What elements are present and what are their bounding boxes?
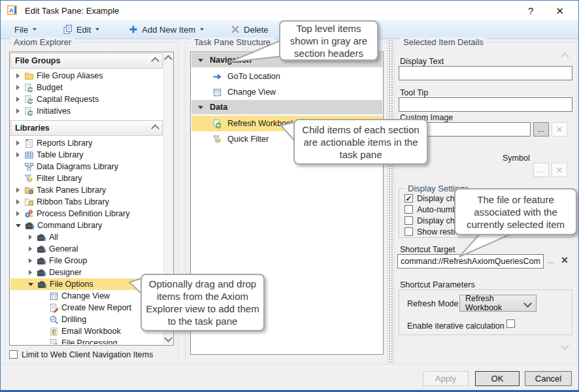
shortcut-target-label: Shortcut Target (400, 245, 455, 254)
collapse-arrow-icon[interactable] (198, 106, 203, 109)
refresh-mode-dropdown[interactable]: Refresh Workbook (459, 295, 537, 312)
menu-label: File (14, 25, 28, 35)
file-processing-icon (49, 338, 59, 345)
collapse-section-icon[interactable] (151, 124, 159, 133)
task-pane-structure-title: Task Pane Structure (191, 37, 274, 47)
tree-item-ribbon-tabs-library[interactable]: RRibbon Tabs Library (10, 196, 163, 208)
symbol-browse-button[interactable]: ... (533, 163, 549, 177)
tree-item-all[interactable]: All (10, 231, 163, 243)
tree-item-data-diagrams-library[interactable]: Data Diagrams Library (10, 161, 163, 172)
checkbox[interactable] (405, 194, 413, 203)
checkbox[interactable] (405, 227, 413, 236)
menu-delete[interactable]: Delete (225, 22, 273, 37)
tree-item-label: Budget (37, 83, 63, 92)
tree-item-table-library[interactable]: Table Library (10, 149, 163, 161)
panel-splitter[interactable] (388, 39, 393, 364)
ok-button[interactable]: OK (475, 371, 520, 386)
expand-arrow-icon[interactable] (29, 258, 32, 263)
tool-tip-label: Tool Tip (400, 88, 428, 97)
tree-item-label: Drilling (61, 315, 86, 324)
tree-item-general[interactable]: General (10, 243, 163, 255)
tree-item-file-processing[interactable]: File Processing (10, 337, 163, 344)
change-view-icon (212, 88, 222, 97)
expand-arrow-icon[interactable] (16, 140, 20, 146)
command-library-icon (37, 244, 46, 254)
expand-arrow-icon[interactable] (16, 73, 20, 78)
taskpane-item-change-view[interactable]: Change View (191, 84, 382, 100)
tree-item-task-panes-library[interactable]: Task Panes Library (10, 184, 163, 196)
tool-tip-input[interactable] (399, 97, 572, 112)
cancel-button[interactable]: Cancel (525, 371, 572, 386)
expand-arrow-icon[interactable] (16, 199, 20, 204)
menu-add-new-item[interactable]: Add New Item (124, 22, 208, 37)
expand-arrow-icon[interactable] (29, 235, 32, 240)
custom-image-clear-button[interactable]: ✕ (552, 122, 567, 137)
tree-item-file-group[interactable]: File Group (10, 255, 163, 267)
collapse-arrow-icon[interactable] (198, 59, 203, 62)
tree-item-filter-library[interactable]: Filter Library (10, 172, 163, 184)
taskpane-section-data[interactable]: Data (191, 100, 382, 114)
task-panes-folder-icon (24, 186, 34, 195)
expand-arrow-icon[interactable] (16, 97, 20, 102)
expand-arrow-icon[interactable] (29, 270, 32, 275)
shortcut-target-input[interactable] (397, 254, 544, 269)
scroll-down-indicator-icon[interactable] (561, 342, 569, 350)
close-button[interactable]: ✕ (555, 6, 564, 16)
apply-button[interactable]: Apply (423, 371, 469, 386)
tree-item-label: General (49, 244, 78, 253)
tree-item-label: Create New Report (61, 303, 131, 312)
shortcut-target-browse-button[interactable]: ... (548, 256, 554, 265)
change-view-icon (49, 291, 59, 301)
checkbox[interactable] (405, 216, 413, 225)
expand-arrow-icon[interactable] (16, 85, 20, 90)
checkbox[interactable] (405, 205, 413, 214)
process-definition-icon (24, 209, 34, 219)
expand-arrow-icon[interactable] (29, 246, 32, 252)
tree-item-label: Ribbon Tabs Library (37, 197, 109, 206)
symbol-clear-button[interactable]: ✕ (552, 163, 567, 177)
tree-item-label: Task Panes Library (37, 186, 106, 195)
scrollbar-down-icon[interactable] (164, 334, 173, 342)
menu-file[interactable]: File (10, 23, 41, 37)
scroll-up-indicator-icon[interactable] (561, 52, 569, 61)
command-library-icon (25, 221, 35, 231)
expand-arrow-icon[interactable] (16, 188, 20, 193)
shortcut-parameters-group: Refresh Mode Refresh Workbook Enable ite… (399, 289, 572, 335)
tree-item-capital-requests[interactable]: Capital Requests (10, 93, 163, 105)
tree-item-designer[interactable]: Designer (10, 267, 163, 278)
expand-arrow-icon[interactable] (16, 152, 20, 157)
shortcut-target-clear-button[interactable]: ✕ (561, 255, 569, 265)
limit-web-client-checkbox-row[interactable]: Limit to Web Client Navigation Items (9, 349, 153, 360)
expand-arrow-icon[interactable] (16, 211, 20, 216)
tree-item-command-library[interactable]: Command Library (10, 220, 163, 231)
expand-arrow-icon[interactable] (16, 108, 20, 114)
tree-item-label: Table Library (37, 150, 84, 159)
help-button[interactable]: ? (528, 6, 533, 16)
tree-item-reports-library[interactable]: Reports Library (10, 137, 163, 149)
taskpane-item-goto-location[interactable]: GoTo Location (191, 69, 382, 84)
tree-item-budget[interactable]: Budget (10, 82, 163, 93)
dropdown-caret-icon (95, 28, 99, 31)
tree-item-label: All (49, 233, 58, 242)
libraries-header[interactable]: Libraries (10, 120, 163, 136)
file-groups-header-label: File Groups (15, 56, 60, 65)
display-text-input[interactable] (399, 66, 572, 80)
svg-text:R: R (29, 201, 32, 205)
tree-item-process-definition-library[interactable]: Process Definition Library (10, 208, 163, 220)
limit-web-client-checkbox[interactable] (9, 350, 18, 359)
scrollbar-up-icon[interactable] (164, 55, 173, 63)
tree-item-initiatives[interactable]: Initiatives (10, 105, 163, 117)
tree-item-email-workbook[interactable]: Email Workbook (10, 325, 163, 337)
custom-image-browse-button[interactable]: ... (533, 122, 549, 137)
collapse-arrow-icon[interactable] (28, 283, 33, 286)
menu-edit[interactable]: Edit (58, 22, 104, 37)
collapse-arrow-icon[interactable] (16, 224, 21, 227)
email-workbook-icon (49, 327, 59, 336)
file-groups-header[interactable]: File Groups (10, 53, 163, 69)
file-group-icon (24, 95, 34, 105)
tree-item-file-group-aliases[interactable]: File Group Aliases (10, 70, 163, 82)
tree-item-label: File Group Aliases (37, 71, 103, 80)
dialog-footer: Apply OK Cancel (1, 364, 578, 391)
iterative-calc-checkbox[interactable] (506, 319, 515, 328)
collapse-section-icon[interactable] (151, 57, 159, 65)
